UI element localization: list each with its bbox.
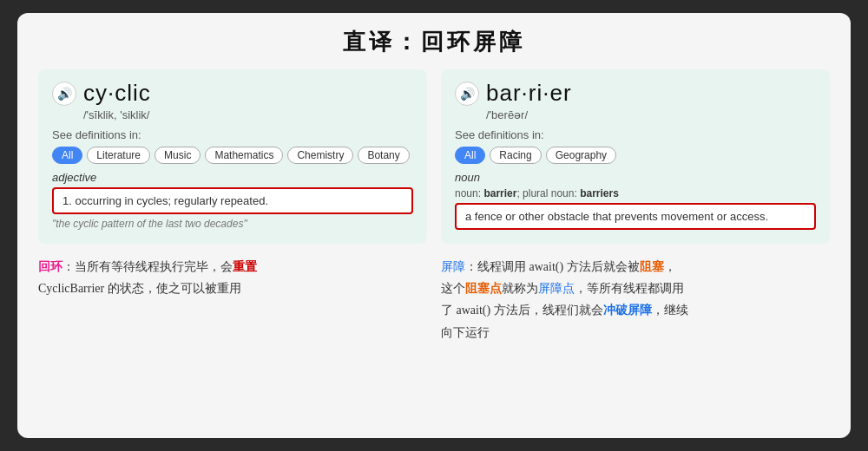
cyclic-tags-row: All Literature Music Mathematics Chemist… <box>52 147 413 164</box>
cyclic-header: 🔊 cy·clic <box>52 80 413 107</box>
cyclic-tag-literature[interactable]: Literature <box>87 147 150 164</box>
cyclic-tag-music[interactable]: Music <box>155 147 201 164</box>
cyclic-word: cy·clic <box>83 80 151 107</box>
cyclic-tag-chemistry[interactable]: Chemistry <box>287 147 353 164</box>
cyclic-see-definitions: See definitions in: <box>52 128 413 141</box>
cyclic-tag-botany[interactable]: Botany <box>358 147 409 164</box>
cyclic-card: 🔊 cy·clic /'sīklik, 'siklik/ See definit… <box>38 69 427 244</box>
cyclic-speaker-icon[interactable]: 🔊 <box>52 82 76 106</box>
barrier-noun-word: barrier <box>483 187 516 199</box>
barrier-noun-extra: noun: barrier; plural noun: barriers <box>455 187 816 199</box>
annotation-left-term: 回环 <box>38 260 62 273</box>
barrier-definition: a fence or other obstacle that prevents … <box>465 210 806 223</box>
annotation-right: 屏障：线程调用 await() 方法后就会被阻塞， 这个阻塞点就称为屏障点，等所… <box>441 256 830 343</box>
cyclic-example: "the cyclic pattern of the last two deca… <box>52 218 413 230</box>
barrier-speaker-icon[interactable]: 🔊 <box>455 82 479 106</box>
barrier-tag-racing[interactable]: Racing <box>490 147 541 164</box>
barrier-definition-box: a fence or other obstacle that prevents … <box>455 203 816 230</box>
cyclic-phonetic: /'sīklik, 'siklik/ <box>83 108 413 121</box>
cyclic-definition-box: 1. occurring in cycles; regularly repeat… <box>52 187 413 214</box>
annotation-left-highlight1: 重置 <box>233 260 257 273</box>
cyclic-tag-all[interactable]: All <box>52 147 82 164</box>
cyclic-pos: adjective <box>52 171 413 184</box>
barrier-tags-row: All Racing Geography <box>455 147 816 164</box>
cyclic-definition: 1. occurring in cycles; regularly repeat… <box>62 194 403 207</box>
barrier-tag-all[interactable]: All <box>455 147 485 164</box>
cyclic-tag-mathematics[interactable]: Mathematics <box>205 147 283 164</box>
barrier-see-definitions: See definitions in: <box>455 128 816 141</box>
annotation-right-highlight3: 屏障点 <box>538 282 575 295</box>
annotation-right-term: 屏障 <box>441 260 465 273</box>
barrier-pos: noun <box>455 171 816 184</box>
annotation-left: 回环：当所有等待线程执行完毕，会重置 CyclicBarrier 的状态，使之可… <box>38 256 427 343</box>
barrier-phonetic: /'berēər/ <box>486 108 816 121</box>
annotation-right-highlight4: 冲破屏障 <box>603 304 652 317</box>
barrier-word: bar·ri·er <box>486 80 572 107</box>
barrier-card: 🔊 bar·ri·er /'berēər/ See definitions in… <box>441 69 830 244</box>
dict-row: 🔊 cy·clic /'sīklik, 'siklik/ See definit… <box>38 69 830 244</box>
page-title: 直译：回环屏障 <box>38 27 830 57</box>
barrier-tag-geography[interactable]: Geography <box>546 147 616 164</box>
main-container: 直译：回环屏障 🔊 cy·clic /'sīklik, 'siklik/ See… <box>17 13 851 438</box>
annotation-right-highlight1: 阻塞 <box>640 260 664 273</box>
annotation-right-highlight2: 阻塞点 <box>465 282 502 295</box>
barrier-plural-word: barriers <box>580 187 619 199</box>
annotation-row: 回环：当所有等待线程执行完毕，会重置 CyclicBarrier 的状态，使之可… <box>38 256 830 343</box>
barrier-header: 🔊 bar·ri·er <box>455 80 816 107</box>
